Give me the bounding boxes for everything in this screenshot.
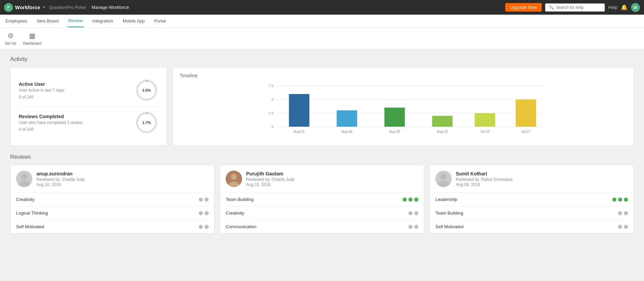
dot (199, 198, 203, 202)
nav-portal[interactable]: Portal (153, 15, 166, 27)
svg-text:2.5: 2.5 (268, 111, 273, 115)
active-user-donut: 2.5% (135, 78, 159, 102)
upgrade-button[interactable]: Upgrade Now (505, 3, 542, 12)
search-box[interactable]: 🔍 (545, 3, 605, 12)
logo-area: P Workforce ▼ (4, 3, 46, 12)
help-label: Help (608, 5, 617, 10)
active-user-subtitle: User Active in last 7 days (19, 88, 64, 93)
skill-dots (403, 198, 418, 202)
skill-row: Communication (226, 220, 418, 233)
skill-dots (199, 211, 209, 215)
review-card-1: anup.surendran Reviewed by :Charlie Judy… (10, 165, 214, 234)
svg-text:Aug-06: Aug-06 (341, 130, 353, 134)
review-name-2: Purujith Gautam (246, 171, 295, 176)
breadcrumb-1: QuestionPro Pulse (49, 5, 86, 10)
review-avatar-3 (435, 171, 452, 187)
skill-row: Team Building (226, 193, 418, 206)
nav-employees[interactable]: Employees (5, 15, 28, 27)
reviews-completed-row: Reviews Completed User who have complete… (19, 107, 159, 139)
svg-text:Jul-25: Jul-25 (480, 130, 490, 134)
reviews-completed-pct: 1.7% (142, 121, 151, 125)
user-avatar[interactable]: W (631, 3, 640, 12)
svg-rect-14 (337, 110, 357, 127)
toolbar-dashboard[interactable]: ▦ Dashboard (23, 32, 42, 45)
activity-section-title: Activity (10, 56, 634, 62)
dot (624, 211, 628, 215)
timeline-card: Timeline 7.5 5 2.5 0 Au (173, 67, 634, 146)
dot (199, 225, 203, 229)
svg-rect-22 (516, 99, 536, 127)
review-name-3: Sumit Kothari (456, 171, 512, 176)
svg-point-24 (21, 173, 28, 180)
skill-row: Self Motivated (435, 220, 628, 233)
app-name: Workforce (15, 4, 40, 10)
review-skills-1: Creativity Logical Thinking Self Motivat… (11, 193, 214, 233)
review-by-1: Reviewed by :Charlie Judy (36, 177, 85, 182)
breadcrumb: QuestionPro Pulse › Manage Workforce (49, 5, 129, 10)
logo-icon: P (4, 3, 13, 12)
skill-dots (618, 225, 628, 229)
review-by-2: Reviewed by :Charlie Judy (246, 177, 295, 182)
reviews-completed-title: Reviews Completed (19, 114, 83, 119)
skill-dots (612, 198, 628, 202)
skill-name: Leadership (435, 197, 457, 202)
reviews-completed-info: Reviews Completed User who have complete… (19, 114, 83, 132)
dashboard-icon: ▦ (29, 32, 35, 40)
dot (408, 198, 413, 202)
toolbar-setup[interactable]: ⚙ Set Up (5, 32, 16, 45)
dot (408, 225, 413, 229)
skill-dots (408, 225, 418, 229)
review-info-2: Purujith Gautam Reviewed by :Charlie Jud… (246, 171, 295, 187)
top-nav: P Workforce ▼ QuestionPro Pulse › Manage… (0, 0, 644, 15)
svg-text:Jul-27: Jul-27 (521, 130, 531, 134)
active-user-pct: 2.5% (142, 88, 151, 92)
reviews-section-title: Reviews (10, 154, 634, 160)
review-header-1: anup.surendran Reviewed by :Charlie Judy… (11, 165, 214, 193)
review-skills-3: Leadership Team Building Self Motiv (430, 193, 633, 233)
review-card-2: Purujith Gautam Reviewed by :Charlie Jud… (220, 165, 424, 234)
dashboard-label: Dashboard (23, 41, 42, 45)
dot (403, 198, 407, 202)
setup-icon: ⚙ (8, 32, 14, 40)
skill-name: Creativity (16, 197, 34, 202)
svg-text:5: 5 (271, 97, 273, 102)
secondary-nav: Employees Idea Board Review Integration … (0, 15, 644, 28)
nav-review[interactable]: Review (68, 15, 84, 27)
nav-idea-board[interactable]: Idea Board (36, 15, 59, 27)
dot (624, 198, 628, 202)
svg-rect-16 (385, 108, 405, 127)
search-icon: 🔍 (549, 5, 554, 10)
dot (205, 198, 209, 202)
svg-rect-18 (432, 116, 453, 127)
main-content: Activity Active User User Active in last… (0, 49, 644, 240)
review-skills-2: Team Building Creativity Communicat (220, 193, 424, 233)
active-user-info: Active User User Active in last 7 days 6… (19, 81, 64, 99)
nav-mobile-app[interactable]: Mobile App (122, 15, 145, 27)
reviews-completed-count: 4 of 240 (19, 127, 83, 132)
svg-rect-12 (289, 94, 310, 127)
review-name-1: anup.surendran (36, 171, 85, 176)
bell-icon[interactable]: 🔔 (621, 4, 628, 11)
nav-integration[interactable]: Integration (92, 15, 114, 27)
skill-row: Logical Thinking (16, 206, 209, 220)
reviews-completed-donut: 1.7% (135, 111, 159, 135)
review-header-3: Sumit Kothari Reviewed by :Rahul Srivast… (430, 165, 633, 193)
search-input[interactable] (556, 5, 601, 10)
review-date-1: Aug 10, 2018 (36, 182, 85, 187)
reviews-row: anup.surendran Reviewed by :Charlie Judy… (10, 165, 634, 234)
svg-rect-20 (475, 113, 495, 127)
svg-text:Aug-10: Aug-10 (437, 130, 448, 134)
skill-row: Leadership (435, 193, 628, 206)
reviews-completed-subtitle: User who have completed 1 review. (19, 120, 83, 125)
review-header-2: Purujith Gautam Reviewed by :Charlie Jud… (220, 165, 424, 193)
timeline-title: Timeline (180, 73, 627, 78)
dropdown-arrow-icon[interactable]: ▼ (42, 5, 46, 9)
svg-text:0: 0 (271, 125, 273, 129)
skill-name: Logical Thinking (16, 210, 48, 216)
skill-name: Team Building (435, 210, 463, 216)
dot (618, 225, 622, 229)
active-user-card: Active User User Active in last 7 days 6… (10, 67, 167, 146)
activity-row: Active User User Active in last 7 days 6… (10, 67, 634, 146)
dot (414, 225, 418, 229)
svg-point-30 (437, 181, 450, 187)
